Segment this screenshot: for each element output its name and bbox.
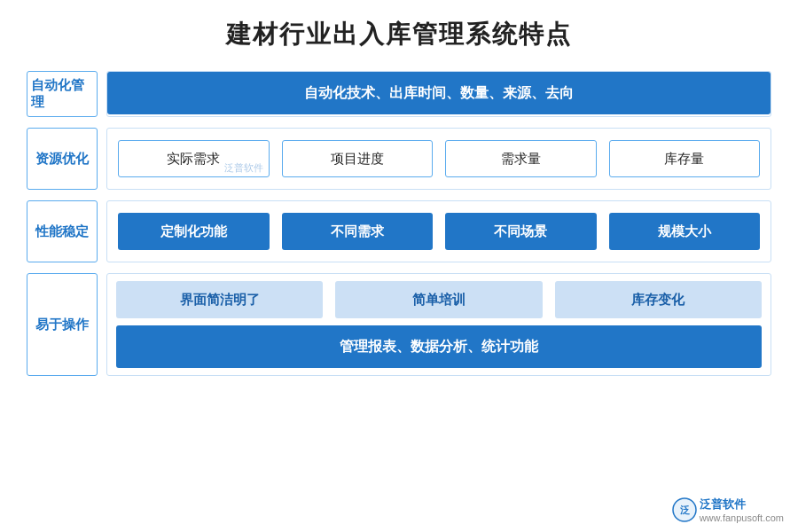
content-resource: 实际需求 泛普软件 项目进度 需求量 库存量 (106, 128, 771, 190)
label-easy: 易于操作 (27, 273, 98, 376)
easy-top-boxes: 界面简洁明了 简单培训 库存变化 (116, 281, 762, 318)
page-title: 建材行业出入库管理系统特点 (27, 18, 771, 51)
content-easy: 界面简洁明了 简单培训 库存变化 管理报表、数据分析、统计功能 (106, 273, 771, 376)
watermark-brand: 泛普软件 (700, 497, 746, 511)
label-automation: 自动化管理 (27, 71, 98, 117)
automation-bar: 自动化技术、出库时间、数量、来源、去向 (107, 72, 771, 114)
resource-box-3: 库存量 (609, 140, 761, 177)
performance-boxes: 定制化功能 不同需求 不同场景 规模大小 (118, 210, 760, 253)
easy-bottom-bar: 管理报表、数据分析、统计功能 (116, 325, 762, 368)
row-performance: 性能稳定 定制化功能 不同需求 不同场景 规模大小 (27, 200, 771, 262)
resource-box-2: 需求量 (445, 140, 597, 177)
easy-box-0: 界面简洁明了 (116, 281, 323, 318)
perf-box-3: 规模大小 (609, 213, 761, 250)
watermark-area: 泛 泛普软件 www.fanpusoft.com (672, 496, 784, 523)
resource-box-0: 实际需求 泛普软件 (118, 140, 270, 177)
easy-box-2: 库存变化 (555, 281, 762, 318)
label-resource: 资源优化 (27, 128, 98, 190)
perf-box-0: 定制化功能 (118, 213, 270, 250)
resource-box-1: 项目进度 (282, 140, 434, 177)
perf-box-1: 不同需求 (282, 213, 434, 250)
content-performance: 定制化功能 不同需求 不同场景 规模大小 (106, 200, 771, 262)
main-container: 建材行业出入库管理系统特点 自动化管理 自动化技术、出库时间、数量、来源、去向 … (0, 0, 798, 532)
perf-box-2: 不同场景 (445, 213, 597, 250)
row-automation: 自动化管理 自动化技术、出库时间、数量、来源、去向 (27, 71, 771, 117)
watermark-url: www.fanpusoft.com (700, 512, 784, 523)
label-performance: 性能稳定 (27, 200, 98, 262)
content-automation: 自动化技术、出库时间、数量、来源、去向 (106, 71, 771, 117)
svg-text:泛: 泛 (679, 505, 690, 515)
easy-box-1: 简单培训 (335, 281, 542, 318)
watermark-icon: 泛 (672, 497, 697, 522)
row-resource: 资源优化 实际需求 泛普软件 项目进度 需求量 库存量 (27, 128, 771, 190)
row-easy: 易于操作 界面简洁明了 简单培训 库存变化 管理报表、数据分析、统计功能 (27, 273, 771, 376)
resource-boxes: 实际需求 泛普软件 项目进度 需求量 库存量 (118, 137, 760, 180)
watermark-logo: 泛 泛普软件 www.fanpusoft.com (672, 496, 784, 523)
watermark-inline: 泛普软件 (224, 161, 263, 175)
